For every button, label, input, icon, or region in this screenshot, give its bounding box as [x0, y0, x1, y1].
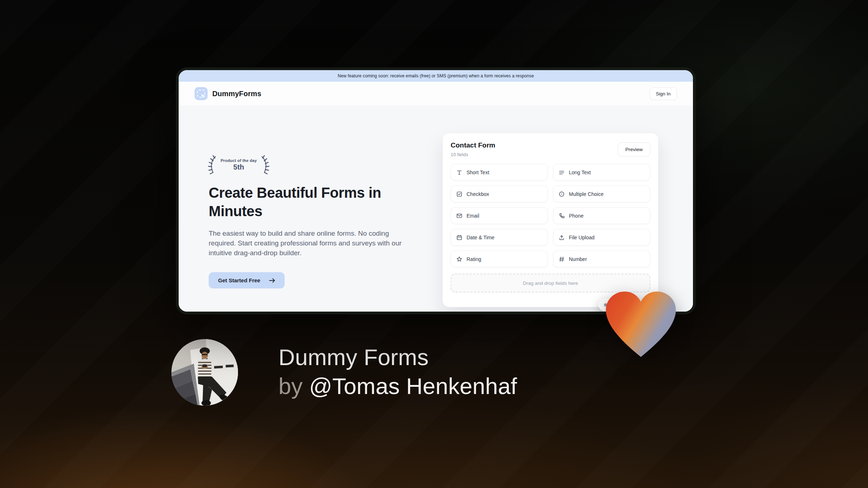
- field-label: Long Text: [569, 170, 591, 175]
- field-button-long-text[interactable]: Long Text: [553, 164, 650, 181]
- field-label: Number: [569, 256, 587, 262]
- field-label: Date & Time: [467, 235, 494, 240]
- attribution-caption: Dummy Forms by @Tomas Henkenhaf: [278, 343, 517, 401]
- get-started-button[interactable]: Get Started Free: [209, 272, 285, 288]
- field-button-rating[interactable]: Rating: [451, 251, 548, 267]
- navbar: DummyForms Sign In: [179, 82, 693, 106]
- text-icon: [456, 169, 463, 176]
- upload-icon: [558, 234, 565, 241]
- caption-author: @Tomas Henkenhaf: [309, 373, 517, 399]
- heart-icon: [603, 289, 678, 360]
- product-of-the-day-badge: Product of the day 5th: [208, 155, 269, 175]
- arrow-right-icon: [269, 278, 275, 283]
- field-button-email[interactable]: Email: [451, 207, 548, 224]
- announcement-text: New feature coming soon: receive emails …: [338, 73, 534, 78]
- hash-icon: [558, 256, 565, 262]
- field-label: Email: [467, 213, 479, 219]
- checkbox-icon: [456, 191, 463, 197]
- brand-name[interactable]: DummyForms: [212, 90, 261, 98]
- hero-description: The easiest way to build and share onlin…: [209, 228, 418, 258]
- field-label: Rating: [467, 256, 481, 262]
- award-rank: 5th: [221, 163, 257, 171]
- hero-headline: Create Beautiful Forms in Minutes: [209, 184, 420, 221]
- contact-form-card: Contact Form 10 fields Preview Short Tex…: [442, 133, 659, 307]
- field-label: Checkbox: [467, 191, 489, 197]
- cursor-icon: [201, 94, 205, 98]
- field-button-number[interactable]: Number: [553, 251, 650, 267]
- card-header: Contact Form 10 fields Preview: [451, 141, 650, 157]
- field-button-short-text[interactable]: Short Text: [451, 164, 548, 181]
- award-title: Product of the day: [221, 158, 257, 163]
- form-field-count: 10 fields: [451, 152, 495, 157]
- avatar-illustration: [171, 339, 238, 406]
- field-button-file-upload[interactable]: File Upload: [553, 229, 650, 246]
- field-label: File Upload: [569, 235, 595, 240]
- laurel-right-icon: [260, 155, 269, 175]
- field-type-grid: Short TextLong TextCheckboxMultiple Choi…: [451, 164, 650, 267]
- envelope-icon: [456, 213, 463, 219]
- star-icon: [456, 256, 463, 262]
- avatar: [171, 339, 238, 406]
- lines-icon: [558, 169, 565, 176]
- sign-in-button[interactable]: Sign In: [650, 87, 677, 100]
- form-title: Contact Form: [451, 141, 495, 149]
- browser-window: New feature coming soon: receive emails …: [176, 68, 695, 314]
- field-button-phone[interactable]: Phone: [553, 207, 650, 224]
- dummyforms-logo-icon[interactable]: [195, 87, 208, 100]
- calendar-icon: [456, 234, 463, 241]
- hero-section: Product of the day 5th Create Beautiful …: [179, 106, 693, 314]
- field-label: Short Text: [467, 170, 489, 175]
- hero-left-column: Product of the day 5th Create Beautiful …: [209, 155, 420, 288]
- caption-line2: by @Tomas Henkenhaf: [278, 372, 517, 401]
- field-label: Phone: [569, 213, 583, 219]
- announcement-banner: New feature coming soon: receive emails …: [179, 70, 693, 82]
- get-started-label: Get Started Free: [218, 277, 260, 283]
- caption-by: by: [278, 373, 309, 399]
- preview-button[interactable]: Preview: [618, 142, 650, 157]
- dropzone-text: Drag and drop fields here: [523, 281, 578, 286]
- laurel-left-icon: [208, 155, 217, 175]
- card-header-text: Contact Form 10 fields: [451, 141, 495, 157]
- field-button-checkbox[interactable]: Checkbox: [451, 185, 548, 202]
- radio-icon: [558, 191, 565, 197]
- award-text: Product of the day 5th: [221, 158, 257, 171]
- field-button-date-time[interactable]: Date & Time: [451, 229, 548, 246]
- caption-line1: Dummy Forms: [278, 343, 517, 372]
- phone-icon: [558, 213, 565, 219]
- field-button-multiple-choice[interactable]: Multiple Choice: [553, 185, 650, 202]
- field-label: Multiple Choice: [569, 191, 604, 197]
